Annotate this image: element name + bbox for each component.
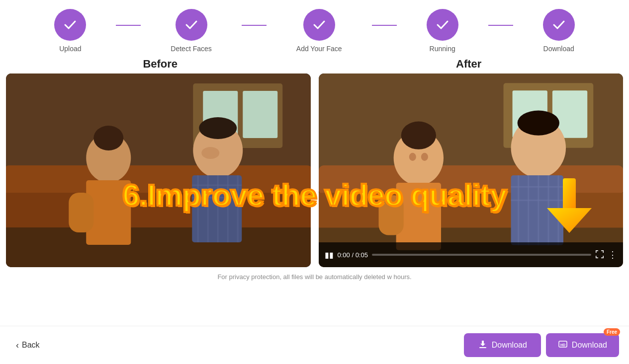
back-chevron-icon: ‹	[16, 340, 19, 351]
after-label: After	[315, 58, 624, 71]
bottom-bar: ‹ Back Download Free HD Download	[0, 326, 629, 364]
step-running-circle	[427, 9, 458, 41]
after-scene-svg	[319, 73, 624, 267]
step-connector-1	[116, 25, 141, 26]
svg-rect-52	[596, 256, 597, 258]
svg-point-34	[421, 153, 428, 161]
step-add-face-circle	[303, 9, 335, 41]
step-upload-label: Upload	[59, 45, 81, 53]
download-hd-button[interactable]: Free HD Download	[546, 333, 619, 357]
before-scene-svg	[6, 73, 311, 267]
svg-rect-4	[243, 91, 277, 138]
before-video-frame	[6, 73, 311, 267]
privacy-text: For privacy protection, all files will b…	[0, 273, 629, 281]
step-download-circle	[543, 9, 575, 41]
svg-point-9	[93, 126, 123, 150]
svg-rect-6	[6, 193, 311, 232]
svg-point-38	[517, 111, 559, 136]
svg-rect-48	[596, 250, 597, 253]
svg-rect-54	[603, 256, 604, 258]
svg-rect-5	[6, 165, 311, 195]
download-button[interactable]: Download	[464, 333, 541, 357]
step-connector-2	[242, 25, 267, 26]
fullscreen-icon[interactable]	[595, 250, 604, 260]
more-options-icon[interactable]: ⋮	[608, 249, 617, 260]
free-badge: Free	[604, 328, 620, 336]
video-controls-bar: ▮▮ 0:00 / 0:05	[319, 242, 624, 267]
download-icon	[478, 339, 488, 351]
svg-rect-50	[603, 250, 604, 253]
step-connector-3	[372, 25, 397, 26]
before-video-panel	[6, 73, 311, 267]
svg-point-13	[199, 117, 237, 139]
step-upload-circle	[54, 9, 86, 41]
after-video-frame: ▮▮ 0:00 / 0:05	[319, 73, 624, 267]
before-after-labels: Before After	[0, 58, 629, 71]
step-upload: Upload	[54, 9, 86, 53]
svg-rect-57	[479, 347, 486, 348]
svg-point-33	[409, 153, 416, 161]
step-detect-faces: Detect Faces	[171, 9, 211, 53]
back-button[interactable]: ‹ Back	[10, 336, 46, 355]
button-group: Download Free HD Download	[464, 333, 619, 357]
hd-icon: HD	[558, 339, 568, 351]
step-connector-4	[488, 25, 513, 26]
step-download: Download	[543, 9, 575, 53]
step-add-face-label: Add Your Face	[296, 45, 342, 53]
step-detect-faces-circle	[176, 9, 207, 41]
svg-rect-36	[378, 195, 403, 235]
back-button-label: Back	[22, 341, 40, 350]
svg-point-22	[201, 147, 219, 159]
step-detect-faces-label: Detect Faces	[171, 45, 211, 53]
arrow-down-icon	[547, 178, 592, 235]
svg-rect-55	[563, 178, 576, 211]
after-video-panel: ▮▮ 0:00 / 0:05	[319, 73, 624, 267]
step-add-face: Add Your Face	[296, 9, 342, 53]
videos-container: ▮▮ 0:00 / 0:05	[0, 73, 629, 267]
download-hd-button-label: Download	[572, 341, 607, 350]
svg-rect-7	[6, 227, 311, 267]
download-button-label: Download	[492, 341, 527, 350]
step-running: Running	[427, 9, 458, 53]
before-label: Before	[6, 58, 315, 71]
svg-marker-56	[547, 208, 592, 233]
steps-progress: Upload Detect Faces Add Your Face	[0, 0, 629, 58]
step-running-label: Running	[430, 45, 455, 53]
video-time: 0:00 / 0:05	[338, 251, 368, 259]
video-progress-bar[interactable]	[372, 254, 591, 256]
svg-rect-11	[69, 193, 93, 232]
svg-text:HD: HD	[560, 343, 565, 347]
step-download-label: Download	[543, 45, 574, 53]
svg-point-32	[401, 122, 436, 149]
pause-button[interactable]: ▮▮	[325, 250, 334, 260]
